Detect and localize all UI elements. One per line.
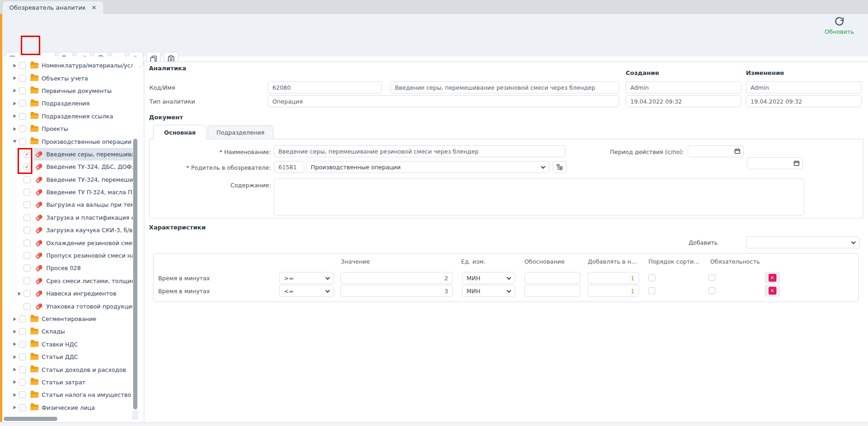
tree-row[interactable]: Сегментирование xyxy=(2,313,133,325)
chevron-right-icon[interactable] xyxy=(12,76,18,80)
tree-row[interactable]: Выгрузка на вальцы при темпе xyxy=(2,198,133,211)
period-to-field[interactable] xyxy=(747,157,803,169)
chevron-right-icon[interactable] xyxy=(12,89,18,93)
tree-checkbox[interactable] xyxy=(19,315,26,322)
tree-row[interactable]: Статьи доходов и расходов xyxy=(2,363,133,376)
value-input[interactable] xyxy=(340,272,453,284)
tree-row[interactable]: Первичные документы xyxy=(2,85,133,97)
tree-row[interactable]: Загрузка и пластификация кауч xyxy=(2,211,133,224)
content-textarea[interactable] xyxy=(274,179,804,216)
tree-checkbox[interactable] xyxy=(19,125,26,132)
analytics-type-field[interactable] xyxy=(268,95,619,107)
tree-item[interactable]: Проекты xyxy=(29,123,71,135)
tree-row[interactable]: Подразделения ссылка xyxy=(2,110,133,123)
delete-row-button[interactable]: ✕ xyxy=(765,285,780,296)
tree-item[interactable]: Введение ТУ П-324, масла ПН-6 xyxy=(34,186,133,198)
tree-item[interactable]: Статьи ДДС xyxy=(29,351,81,363)
tree-row[interactable]: Подразделения xyxy=(2,97,133,110)
tree-checkbox[interactable] xyxy=(24,265,31,272)
tree-checkbox[interactable] xyxy=(19,100,26,107)
tree-item[interactable]: Статьи доходов и расходов xyxy=(29,363,129,376)
tree-checkbox[interactable] xyxy=(24,214,31,221)
chevron-right-icon[interactable] xyxy=(12,368,18,371)
tab-subdivisions[interactable]: Подразделения xyxy=(208,125,273,139)
tree-item[interactable]: Загрузка и пластификация кауч xyxy=(34,211,133,224)
tree-checkbox[interactable] xyxy=(19,366,26,373)
refresh-button[interactable]: Обновить xyxy=(821,16,858,35)
tree-item[interactable]: Навеска ингредиентов xyxy=(34,287,119,300)
add-characteristic-select[interactable] xyxy=(746,236,860,248)
tree-checkbox[interactable] xyxy=(19,113,26,120)
chevron-right-icon[interactable] xyxy=(12,317,18,321)
chevron-right-icon[interactable] xyxy=(12,342,18,346)
tree-row[interactable]: Введение ТУ-324, перемешиван xyxy=(2,173,133,186)
tree-row[interactable]: Производственные операции xyxy=(2,135,133,148)
tree-row[interactable]: Номенклатура/материалы/услуги xyxy=(2,59,133,72)
add-number-input[interactable] xyxy=(588,285,639,297)
delete-row-button[interactable]: ✕ xyxy=(765,272,780,284)
sort-order-checkbox[interactable] xyxy=(648,274,655,281)
tree-row[interactable]: Просев 028 xyxy=(2,262,133,274)
tree-item[interactable]: Просев 028 xyxy=(34,262,84,274)
code-field[interactable] xyxy=(268,81,382,93)
tree-row[interactable]: Ставки НДС xyxy=(2,338,133,351)
tree-item[interactable]: Выгрузка на вальцы при темпе xyxy=(34,198,133,211)
open-tree-picker-button[interactable] xyxy=(553,161,566,173)
tree-row[interactable]: Пропуск резиновой смеси на ва xyxy=(2,249,133,262)
tree-item[interactable]: Срез смеси листами, толщиной xyxy=(34,275,133,287)
tree-checkbox[interactable] xyxy=(24,290,31,297)
add-number-input[interactable] xyxy=(588,272,639,284)
tab-main[interactable]: Основная xyxy=(153,125,207,140)
tree-checkbox[interactable] xyxy=(24,303,31,310)
tree-checkbox[interactable] xyxy=(19,138,26,145)
parent-code-field[interactable] xyxy=(274,161,304,173)
tree-checkbox[interactable] xyxy=(24,176,31,183)
chevron-right-icon[interactable] xyxy=(12,406,18,409)
tree-checkbox[interactable] xyxy=(19,75,26,82)
tree-item[interactable]: Загрузка каучука СКИ-3, б/ведр xyxy=(34,224,133,236)
tree-item[interactable]: Введение ТУ-324, ДБС, ДОФ, пер xyxy=(34,161,133,173)
unit-select[interactable]: МИН xyxy=(462,285,515,297)
tree-item[interactable]: Ставки НДС xyxy=(29,338,81,351)
tree-item[interactable]: Первичные документы xyxy=(29,85,114,97)
tree-checkbox[interactable] xyxy=(24,227,31,234)
tree-checkbox[interactable] xyxy=(24,240,31,247)
tree-row[interactable]: Охлаждение резиновой смеси н xyxy=(2,236,133,249)
created-by-field[interactable] xyxy=(626,81,741,93)
required-checkbox[interactable] xyxy=(708,274,715,281)
period-from-field[interactable] xyxy=(688,145,744,157)
document-name-field[interactable] xyxy=(274,145,565,157)
tree-item[interactable]: Статьи затрат xyxy=(29,376,88,389)
tree-row[interactable]: Срез смеси листами, толщиной xyxy=(2,275,133,287)
tree-item[interactable]: Охлаждение резиновой смеси н xyxy=(34,236,133,249)
chevron-right-icon[interactable] xyxy=(12,380,18,384)
required-checkbox[interactable] xyxy=(708,287,715,294)
tree-checkbox[interactable] xyxy=(24,201,31,208)
tree-row[interactable]: Статьи затрат xyxy=(2,376,133,389)
sort-order-checkbox[interactable] xyxy=(648,287,655,294)
tree-item[interactable]: Склады xyxy=(29,325,68,338)
tree-item[interactable]: Сегментирование xyxy=(29,313,99,325)
chevron-right-icon[interactable] xyxy=(12,64,18,68)
tree-row[interactable]: Загрузка каучука СКИ-3, б/ведр xyxy=(2,224,133,236)
tree-item[interactable]: Подразделения xyxy=(29,97,92,110)
chevron-right-icon[interactable] xyxy=(12,393,18,397)
calendar-icon[interactable] xyxy=(793,160,800,167)
tree-checkbox[interactable] xyxy=(24,278,31,284)
modified-at-field[interactable] xyxy=(746,95,862,107)
tree-item[interactable]: Объекты учета xyxy=(29,72,91,84)
chevron-right-icon[interactable] xyxy=(12,114,18,118)
unit-select[interactable]: МИН xyxy=(462,272,515,284)
tree-item[interactable]: Номенклатура/материалы/услуги xyxy=(29,59,133,72)
justification-input[interactable] xyxy=(524,285,580,297)
parent-select[interactable]: Производственные операции xyxy=(306,161,549,173)
tree-row[interactable]: Физические лица xyxy=(2,401,133,414)
tree-row[interactable]: ✓Введение ТУ-324, ДБС, ДОФ, пер xyxy=(2,161,133,173)
tree-checkbox[interactable] xyxy=(19,62,26,69)
tree-checkbox[interactable] xyxy=(19,379,26,386)
tree-checkbox[interactable] xyxy=(19,328,26,335)
tree-item[interactable]: Физические лица xyxy=(29,401,98,414)
calendar-icon[interactable] xyxy=(734,148,741,154)
created-at-field[interactable] xyxy=(626,95,741,107)
tree-checkbox-checked[interactable]: ✓ xyxy=(24,163,31,170)
